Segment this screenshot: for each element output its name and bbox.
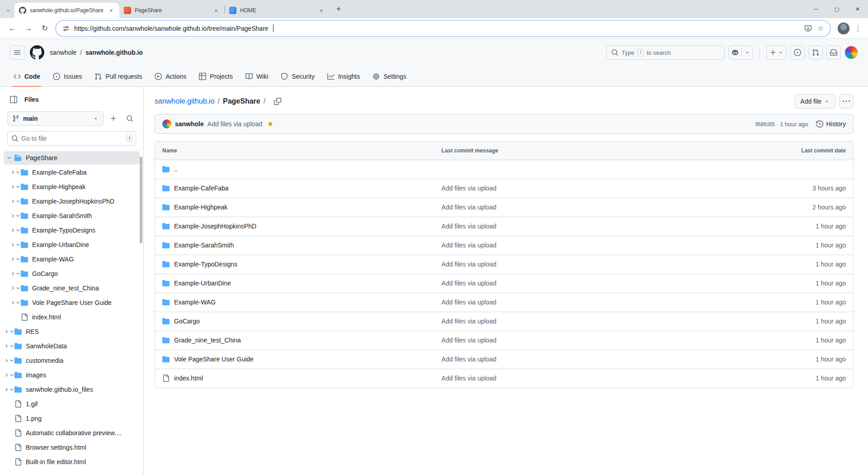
add-file-icon-button[interactable] — [107, 112, 120, 125]
repo-link[interactable]: sanwhole.github.io — [85, 49, 143, 56]
tab-insights[interactable]: Insights — [321, 66, 366, 86]
back-button[interactable]: ← — [5, 21, 20, 36]
file-name-link[interactable]: Grade_nine_test_China — [174, 337, 241, 344]
tree-item[interactable]: Built-in file editor.html — [4, 455, 140, 469]
tree-toggle-chevron[interactable] — [5, 328, 13, 335]
tab-issues[interactable]: Issues — [47, 66, 88, 86]
url-text[interactable]: https://github.com/sanwhole/sanwhole.git… — [74, 25, 269, 32]
table-row[interactable]: Grade_nine_test_China Add files via uplo… — [155, 331, 853, 350]
tab-settings[interactable]: Settings — [366, 66, 413, 86]
install-app-icon[interactable] — [804, 24, 812, 32]
commit-message-link[interactable]: Add files via upload — [442, 242, 496, 249]
go-to-file-input[interactable] — [7, 131, 136, 146]
close-tab-icon[interactable]: × — [108, 7, 115, 14]
global-search-button[interactable]: Type / to search — [606, 45, 725, 60]
tree-item[interactable]: Example-SarahSmith — [4, 209, 140, 223]
copy-path-button[interactable] — [274, 98, 281, 105]
tree-item[interactable]: Browser settings.html — [4, 441, 140, 454]
close-tab-icon[interactable]: × — [212, 7, 220, 14]
tree-item[interactable]: GoCargo — [4, 267, 140, 280]
reload-button[interactable]: ↻ — [37, 21, 52, 36]
tree-toggle-chevron[interactable] — [5, 357, 13, 364]
close-tab-icon[interactable]: × — [318, 7, 325, 14]
tab-security[interactable]: Security — [274, 66, 321, 86]
tree-toggle-chevron[interactable] — [5, 342, 13, 350]
commit-message-link[interactable]: Add files via upload — [442, 318, 496, 325]
browser-menu-icon[interactable]: ⋮ — [853, 24, 863, 33]
file-name-link[interactable]: Example-JosephHopkinsPhD — [174, 223, 256, 230]
tree-item[interactable]: Example-CafeFaba — [4, 166, 140, 179]
tab-code[interactable]: Code — [7, 66, 47, 86]
tree-toggle-chevron[interactable] — [12, 285, 19, 292]
forward-button[interactable]: → — [21, 21, 36, 36]
close-window-button[interactable]: ✕ — [847, 0, 868, 18]
tree-toggle-chevron[interactable] — [12, 299, 19, 306]
github-logo[interactable] — [30, 45, 44, 60]
tree-item[interactable]: 1.gif — [4, 397, 140, 411]
tree-toggle-chevron[interactable] — [5, 371, 13, 379]
table-row[interactable]: index.html Add files via upload 1 hour a… — [155, 369, 853, 388]
tab-projects[interactable]: Projects — [193, 66, 239, 86]
file-name-link[interactable]: GoCargo — [174, 318, 200, 325]
tree-toggle-chevron[interactable] — [12, 227, 19, 234]
table-row[interactable]: GoCargo Add files via upload 1 hour ago — [155, 312, 853, 331]
file-name-link[interactable]: Example-WAG — [174, 299, 216, 306]
table-row[interactable]: Example-CafeFaba Add files via upload 3 … — [155, 179, 853, 198]
tree-toggle-chevron[interactable] — [12, 241, 19, 248]
site-settings-icon[interactable] — [62, 25, 70, 32]
your-pull-requests-button[interactable] — [808, 45, 823, 60]
file-name-link[interactable]: Example-SarahSmith — [174, 242, 234, 249]
copilot-button[interactable] — [728, 45, 753, 60]
tree-toggle-chevron[interactable] — [12, 270, 19, 277]
file-name-link[interactable]: index.html — [174, 375, 203, 382]
table-row[interactable]: Example-UrbanDine Add files via upload 1… — [155, 274, 853, 293]
breadcrumb-repo-link[interactable]: sanwhole.github.io — [155, 97, 215, 105]
tree-toggle-chevron[interactable] — [12, 169, 19, 176]
commit-status-dot[interactable] — [269, 122, 272, 126]
tree-item[interactable]: RES — [4, 325, 140, 338]
commit-message-link[interactable]: Add files via upload — [442, 356, 496, 363]
your-issues-button[interactable] — [790, 45, 805, 60]
global-nav-menu-button[interactable] — [10, 45, 24, 60]
file-name-link[interactable]: .. — [174, 166, 178, 173]
user-avatar[interactable] — [844, 46, 858, 59]
tree-toggle-chevron[interactable] — [5, 154, 13, 162]
minimize-button[interactable]: ─ — [806, 0, 826, 18]
tree-toggle-chevron[interactable] — [5, 386, 13, 393]
commit-message-link[interactable]: Add files via upload — [442, 223, 496, 230]
maximize-button[interactable]: ▢ — [826, 0, 847, 18]
commit-message-link[interactable]: Add files via upload — [442, 337, 496, 344]
file-name-link[interactable]: Example-CafeFaba — [174, 185, 229, 192]
table-row[interactable]: Example-JosephHopkinsPhD Add files via u… — [155, 217, 853, 236]
tree-item[interactable]: SanwholeData — [4, 339, 140, 353]
add-file-button[interactable]: Add file — [794, 94, 835, 109]
table-row[interactable]: Example-SarahSmith Add files via upload … — [155, 236, 853, 255]
collapse-sidebar-button[interactable] — [7, 93, 20, 106]
commit-message-link[interactable]: Add files via upload — [442, 261, 496, 268]
tree-item[interactable]: Automatic collaborative preview.... — [4, 426, 140, 440]
tree-item[interactable]: PageShare — [4, 151, 140, 165]
file-name-link[interactable]: Example-Highpeak — [174, 204, 227, 211]
table-row[interactable]: .. — [155, 160, 853, 179]
tab-search-icon[interactable]: ⌄ — [2, 3, 14, 15]
tree-item[interactable]: 1.png — [4, 412, 140, 425]
file-name-link[interactable]: Example-UrbanDine — [174, 280, 231, 287]
browser-profile-avatar[interactable] — [837, 22, 850, 35]
tree-item[interactable]: Example-TypoDesigns — [4, 223, 140, 237]
browser-tab-pageshare[interactable]: PageShare × — [119, 3, 224, 18]
commit-author-avatar[interactable] — [162, 119, 171, 128]
address-bar[interactable]: https://github.com/sanwhole/sanwhole.git… — [56, 21, 830, 36]
history-link[interactable]: History — [816, 120, 846, 128]
commit-message-link[interactable]: Add files via upload — [442, 204, 496, 211]
table-row[interactable]: Vole PageShare User Guide Add files via … — [155, 350, 853, 369]
more-options-button[interactable] — [839, 94, 854, 109]
tree-toggle-chevron[interactable] — [12, 183, 19, 190]
tree-toggle-chevron[interactable] — [12, 212, 19, 219]
sidebar-scrollbar[interactable] — [140, 157, 142, 243]
tree-item[interactable]: custommedia — [4, 354, 140, 367]
commit-message-link[interactable]: Add files via upload — [442, 299, 496, 306]
tab-wiki[interactable]: Wiki — [239, 66, 274, 86]
commit-message-link[interactable]: Add files via upload — [442, 375, 496, 382]
bookmark-star-icon[interactable]: ☆ — [817, 24, 824, 33]
file-name-link[interactable]: Vole PageShare User Guide — [174, 356, 254, 363]
